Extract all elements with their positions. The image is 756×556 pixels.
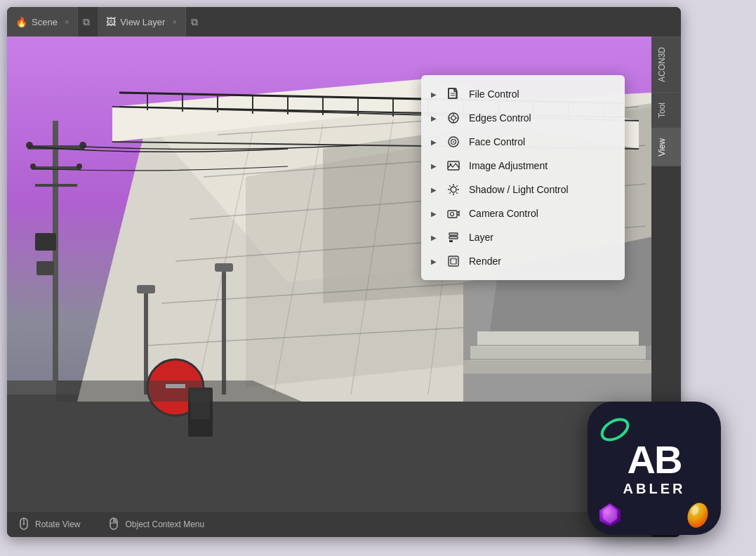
abler-label: ABLER	[623, 481, 686, 497]
menu-item-edges-control[interactable]: ▶ Edges Control	[421, 106, 625, 130]
menu-item-layer-label: Layer	[469, 232, 612, 243]
svg-rect-60	[477, 331, 639, 347]
edges-control-icon	[446, 111, 460, 125]
arrow-icon: ▶	[431, 114, 437, 122]
svg-rect-88	[449, 233, 458, 235]
svg-rect-89	[449, 237, 458, 239]
svg-point-74	[453, 141, 454, 143]
svg-line-82	[449, 185, 451, 187]
svg-rect-47	[144, 289, 148, 395]
viewlayer-tab-copy-icon[interactable]: ⧉	[186, 16, 203, 28]
arrow-icon: ▶	[431, 258, 437, 265]
logo-gem-bl-icon	[596, 500, 624, 528]
svg-rect-100	[114, 518, 117, 523]
sidebar-tab-tool[interactable]: Tool	[651, 92, 681, 128]
bottom-rotate-label: Rotate View	[35, 519, 80, 529]
sidebar-tab-view[interactable]: View	[651, 128, 681, 166]
svg-rect-59	[470, 345, 646, 361]
svg-rect-0	[7, 388, 651, 512]
svg-rect-58	[463, 359, 651, 373]
arrow-icon: ▶	[431, 234, 437, 241]
svg-point-77	[451, 187, 456, 192]
menu-item-camera-control[interactable]: ▶ Camera Control	[421, 201, 625, 225]
arrow-icon: ▶	[431, 91, 437, 98]
arrow-icon: ▶	[431, 138, 437, 146]
svg-rect-40	[35, 184, 77, 187]
arrow-icon: ▶	[431, 210, 437, 218]
menu-item-shadow-light-control[interactable]: ▶ Shado	[421, 178, 625, 201]
svg-rect-92	[451, 258, 456, 264]
menu-item-render-label: Render	[469, 256, 612, 267]
shadow-light-control-icon	[446, 183, 460, 197]
file-control-icon	[446, 87, 460, 101]
menu-item-shadow-light-control-label: Shadow / Light Control	[469, 184, 612, 195]
svg-point-102	[684, 500, 712, 529]
menu-item-camera-control-label: Camera Control	[469, 208, 612, 219]
svg-point-96	[23, 522, 25, 524]
scene-tab-icon: 🔥	[15, 16, 27, 27]
mouse-rotate-icon	[18, 517, 29, 533]
svg-rect-86	[448, 211, 457, 218]
bottom-item-rotate: Rotate View	[18, 517, 80, 533]
svg-line-84	[456, 185, 458, 187]
svg-point-42	[79, 142, 86, 149]
image-adjustment-icon	[446, 159, 460, 173]
main-window: 🔥 Scene × ⧉ 🖼 View Layer × ⧉	[7, 7, 681, 537]
menu-item-render[interactable]: ▶ Render	[421, 249, 625, 273]
svg-line-83	[456, 192, 458, 194]
tab-viewlayer-label: View Layer	[120, 17, 165, 27]
camera-control-icon	[446, 206, 460, 220]
bottom-bar: Rotate View Object Context Menu	[7, 512, 651, 537]
tab-viewlayer[interactable]: 🖼 View Layer ×	[98, 7, 186, 37]
svg-rect-37	[53, 121, 58, 395]
svg-rect-48	[137, 285, 155, 293]
tab-scene-label: Scene	[32, 17, 58, 27]
arrow-icon: ▶	[431, 186, 437, 194]
scene-tab-copy-icon[interactable]: ⧉	[78, 16, 95, 28]
svg-point-44	[77, 164, 82, 169]
svg-rect-46	[37, 261, 54, 275]
svg-rect-50	[215, 263, 233, 272]
menu-item-file-control-label: File Control	[469, 88, 612, 100]
menu-item-face-control-label: Face Control	[469, 136, 612, 147]
abler-logo-text: AB	[628, 440, 682, 479]
menu-item-edges-control-label: Edges Control	[469, 112, 612, 124]
svg-rect-49	[222, 268, 226, 395]
sidebar-tab-acon3d[interactable]: ACON3D	[651, 37, 681, 92]
title-bar: 🔥 Scene × ⧉ 🖼 View Layer × ⧉	[7, 7, 681, 37]
viewlayer-tab-icon: 🖼	[106, 16, 116, 27]
viewport[interactable]: ▶ File Control ▶	[7, 37, 651, 512]
tab-viewlayer-close[interactable]: ×	[172, 18, 176, 26]
menu-item-image-adjustment[interactable]: ▶ Image Adjustment	[421, 154, 625, 178]
svg-line-85	[449, 192, 451, 194]
render-icon	[446, 254, 460, 268]
svg-point-87	[451, 213, 454, 216]
tab-scene-close[interactable]: ×	[65, 18, 69, 26]
svg-point-41	[26, 142, 33, 149]
svg-rect-91	[449, 256, 458, 266]
svg-point-76	[450, 164, 452, 166]
arrow-icon: ▶	[431, 162, 437, 170]
menu-item-image-adjustment-label: Image Adjustment	[469, 160, 612, 171]
bottom-context-label: Object Context Menu	[125, 519, 204, 529]
svg-point-67	[451, 116, 456, 120]
logo-gem-br-icon	[682, 498, 714, 529]
svg-rect-90	[449, 240, 453, 242]
tab-scene[interactable]: 🔥 Scene ×	[7, 7, 78, 37]
face-control-icon	[446, 135, 460, 149]
layer-icon	[446, 230, 460, 244]
menu-item-face-control[interactable]: ▶ Face Control	[421, 130, 625, 154]
menu-item-file-control[interactable]: ▶ File Control	[421, 82, 625, 106]
menu-item-layer[interactable]: ▶ Layer	[421, 225, 625, 249]
svg-rect-45	[35, 233, 56, 251]
scene-background: ▶ File Control ▶	[7, 37, 651, 512]
mouse-context-icon	[108, 517, 119, 533]
dropdown-menu: ▶ File Control ▶	[421, 75, 625, 280]
abler-logo: AB ABLER	[588, 402, 721, 535]
bottom-item-context: Object Context Menu	[108, 517, 204, 533]
